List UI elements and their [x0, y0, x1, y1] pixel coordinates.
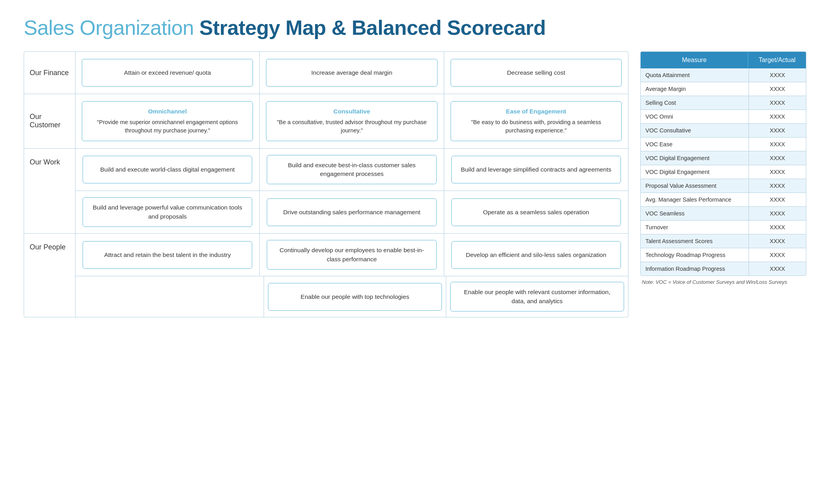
- scorecard-label-2: Selling Cost: [641, 96, 749, 109]
- people-cell-b3: Enable our people with relevant customer…: [446, 276, 628, 317]
- customer-cells: Omnichannel "Provide me superior omnicha…: [75, 94, 628, 148]
- scorecard-row-4: VOC Consultative XXXX: [641, 124, 806, 138]
- scorecard-value-12: XXXX: [749, 234, 806, 248]
- scorecard-note: Note: VOC = Voice of Customer Surveys an…: [640, 276, 806, 285]
- scorecard-row-7: VOC Digital Engagement XXXX: [641, 165, 806, 179]
- work-box-t1: Build and execute world-class digital en…: [83, 156, 252, 183]
- scorecard-label-12: Talent Assessment Scores: [641, 234, 749, 248]
- scorecard-value-0: XXXX: [749, 68, 806, 82]
- people-text-t3: Develop an efficient and silo-less sales…: [466, 251, 607, 259]
- customer-title-3: Ease of Engagement: [457, 107, 615, 116]
- strategy-map: Our Finance Attain or exceed revenue/ qu…: [24, 51, 628, 317]
- scorecard-value-7: XXXX: [749, 165, 806, 179]
- finance-cell-1: Attain or exceed revenue/ quota: [75, 52, 260, 94]
- work-box-b1: Build and leverage powerful value commun…: [83, 197, 252, 227]
- title-prefix: Sales Organization: [24, 16, 199, 39]
- work-text-b1: Build and leverage powerful value commun…: [89, 203, 245, 221]
- work-text-b3: Operate as a seamless sales operation: [483, 208, 589, 217]
- scorecard-rows: Quota Attainment XXXX Average Margin XXX…: [641, 68, 806, 276]
- scorecard-label-13: Technology Roadmap Progress: [641, 248, 749, 262]
- scorecard-row-12: Talent Assessment Scores XXXX: [641, 234, 806, 248]
- work-box-t2: Build and execute best-in-class customer…: [267, 155, 436, 185]
- customer-subtitle-1: "Provide me superior omnichannel engagem…: [89, 118, 246, 135]
- scorecard-value-1: XXXX: [749, 82, 806, 96]
- scorecard-label-5: VOC Ease: [641, 138, 749, 151]
- scorecard: Measure Target/Actual Quota Attainment X…: [640, 51, 806, 276]
- scorecard-value-9: XXXX: [749, 193, 806, 206]
- scorecard-label-4: VOC Consultative: [641, 124, 749, 137]
- work-text-t3: Build and leverage simplified contracts …: [461, 165, 611, 174]
- people-bottom-cells: Enable our people with top technologies …: [75, 276, 628, 317]
- finance-cell-2: Increase average deal margin: [260, 52, 444, 94]
- people-box-b2: Enable our people with relevant customer…: [450, 282, 624, 311]
- people-label: Our People: [24, 234, 75, 317]
- work-top-cells: Build and execute world-class digital en…: [75, 149, 628, 191]
- finance-label: Our Finance: [24, 52, 75, 94]
- customer-label: Our Customer: [24, 94, 75, 148]
- scorecard-value-3: XXXX: [749, 110, 806, 123]
- scorecard-label-3: VOC Omni: [641, 110, 749, 123]
- finance-text-3: Decrease selling cost: [507, 68, 565, 77]
- people-box-b1: Enable our people with top technologies: [268, 283, 442, 311]
- customer-title-1: Omnichannel: [89, 107, 246, 116]
- customer-title-2: Consultative: [273, 107, 430, 116]
- work-row: Our Work Build and execute world-class d…: [24, 149, 628, 234]
- finance-box-3: Decrease selling cost: [451, 59, 622, 87]
- people-text-t2: Continually develop our employees to ena…: [274, 246, 430, 264]
- people-cell-t1: Attract and retain the best talent in th…: [75, 234, 260, 276]
- work-label: Our Work: [24, 149, 75, 234]
- scorecard-value-4: XXXX: [749, 124, 806, 137]
- people-cell-t3: Develop an efficient and silo-less sales…: [444, 234, 628, 276]
- scorecard-value-13: XXXX: [749, 248, 806, 262]
- people-cells: Attract and retain the best talent in th…: [75, 234, 628, 317]
- customer-subtitle-2: "Be a consultative, trusted advisor thro…: [273, 118, 430, 135]
- work-cell-t1: Build and execute world-class digital en…: [75, 149, 260, 191]
- customer-row: Our Customer Omnichannel "Provide me sup…: [24, 94, 628, 149]
- finance-box-2: Increase average deal margin: [266, 59, 437, 87]
- customer-box-3: Ease of Engagement "Be easy to do busine…: [451, 101, 622, 141]
- work-bottom-cells: Build and leverage powerful value commun…: [75, 191, 628, 233]
- finance-cells: Attain or exceed revenue/ quota Increase…: [75, 52, 628, 94]
- people-row: Our People Attract and retain the best t…: [24, 234, 628, 317]
- scorecard-container: Measure Target/Actual Quota Attainment X…: [640, 51, 806, 285]
- work-cell-b3: Operate as a seamless sales operation: [444, 191, 628, 233]
- scorecard-row-0: Quota Attainment XXXX: [641, 68, 806, 82]
- scorecard-label-7: VOC Digital Engagement: [641, 165, 749, 179]
- people-top-cells: Attract and retain the best talent in th…: [75, 234, 628, 276]
- work-text-t2: Build and execute best-in-class customer…: [274, 161, 430, 179]
- scorecard-row-1: Average Margin XXXX: [641, 82, 806, 96]
- work-box-b3: Operate as a seamless sales operation: [451, 198, 621, 226]
- scorecard-value-5: XXXX: [749, 138, 806, 151]
- scorecard-value-11: XXXX: [749, 221, 806, 234]
- work-text-b2: Drive outstanding sales performance mana…: [283, 208, 420, 217]
- scorecard-row-6: VOC Digital Engagement XXXX: [641, 151, 806, 165]
- scorecard-row-8: Proposal Value Assessment XXXX: [641, 179, 806, 193]
- page-title: Sales Organization Strategy Map & Balanc…: [24, 16, 806, 40]
- customer-box-1: Omnichannel "Provide me superior omnicha…: [82, 101, 253, 141]
- scorecard-row-13: Technology Roadmap Progress XXXX: [641, 248, 806, 262]
- customer-subtitle-3: "Be easy to do business with, providing …: [457, 118, 615, 135]
- scorecard-header-measure: Measure: [641, 52, 748, 68]
- work-box-b2: Drive outstanding sales performance mana…: [267, 198, 436, 226]
- customer-cell-2: Consultative "Be a consultative, trusted…: [260, 94, 444, 148]
- scorecard-label-6: VOC Digital Engagement: [641, 151, 749, 165]
- finance-box-1: Attain or exceed revenue/ quota: [82, 59, 253, 87]
- customer-cell-3: Ease of Engagement "Be easy to do busine…: [444, 94, 628, 148]
- people-cell-t2: Continually develop our employees to ena…: [260, 234, 444, 276]
- scorecard-row-5: VOC Ease XXXX: [641, 138, 806, 151]
- scorecard-value-8: XXXX: [749, 179, 806, 193]
- customer-cell-1: Omnichannel "Provide me superior omnicha…: [75, 94, 260, 148]
- people-box-t2: Continually develop our employees to ena…: [267, 240, 436, 270]
- people-box-t3: Develop an efficient and silo-less sales…: [451, 241, 621, 269]
- people-cell-b2: Enable our people with top technologies: [264, 276, 446, 317]
- main-layout: Our Finance Attain or exceed revenue/ qu…: [24, 51, 806, 317]
- people-text-t1: Attract and retain the best talent in th…: [104, 251, 231, 259]
- scorecard-value-10: XXXX: [749, 207, 806, 220]
- scorecard-row-9: Avg. Manager Sales Performance XXXX: [641, 193, 806, 207]
- customer-box-2: Consultative "Be a consultative, trusted…: [266, 101, 437, 141]
- people-text-b2: Enable our people with relevant customer…: [457, 288, 617, 306]
- work-cell-b2: Drive outstanding sales performance mana…: [260, 191, 444, 233]
- scorecard-value-2: XXXX: [749, 96, 806, 109]
- people-text-b1: Enable our people with top technologies: [301, 293, 409, 301]
- scorecard-row-2: Selling Cost XXXX: [641, 96, 806, 110]
